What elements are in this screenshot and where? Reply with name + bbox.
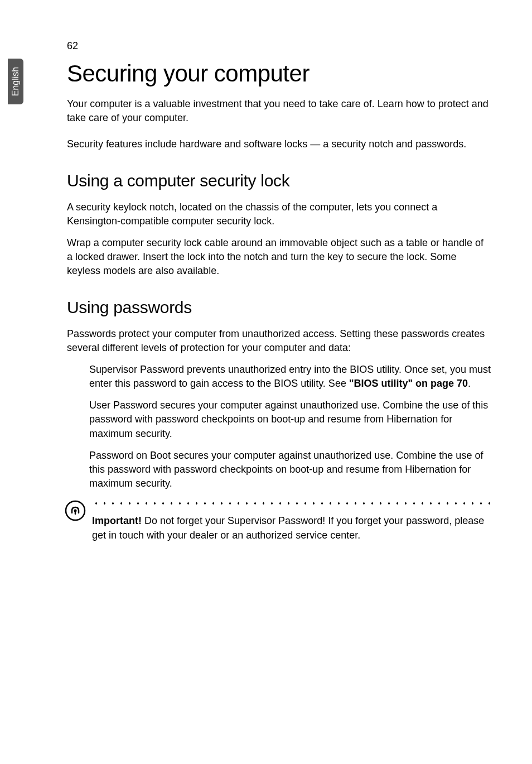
important-body: Do not forget your Supervisor Password! … [92,515,484,540]
security-lock-p1: A security keylock notch, located on the… [67,200,491,228]
intro-paragraph-2: Security features include hardware and s… [67,137,491,151]
list-item-user-password: User Password secures your computer agai… [89,398,491,441]
intro-paragraph-1: Your computer is a valuable investment t… [67,97,491,125]
heading-passwords: Using passwords [67,298,491,317]
main-content: Securing your computer Your computer is … [67,60,491,550]
heading-security-lock: Using a computer security lock [67,171,491,190]
security-lock-p2: Wrap a computer security lock cable arou… [67,236,491,278]
language-tab: English [8,59,23,104]
dotted-separator [92,502,491,505]
heading-main: Securing your computer [67,60,491,87]
passwords-intro: Passwords protect your computer from una… [67,327,491,355]
important-label: Important! [92,515,142,526]
page-number: 62 [67,40,78,52]
important-note-text: Important! Do not forget your Supervisor… [92,514,491,542]
important-note: Important! Do not forget your Supervisor… [67,502,491,542]
list-item-password-on-boot: Password on Boot secures your computer a… [89,449,491,491]
password-list: Supervisor Password prevents unauthorize… [89,363,491,491]
list-item-supervisor-text-b: . [468,378,471,389]
important-icon [64,499,86,522]
bios-utility-link[interactable]: "BIOS utility" on page 70 [349,378,468,389]
list-item-supervisor: Supervisor Password prevents unauthorize… [89,363,491,391]
language-tab-label: English [11,67,21,96]
